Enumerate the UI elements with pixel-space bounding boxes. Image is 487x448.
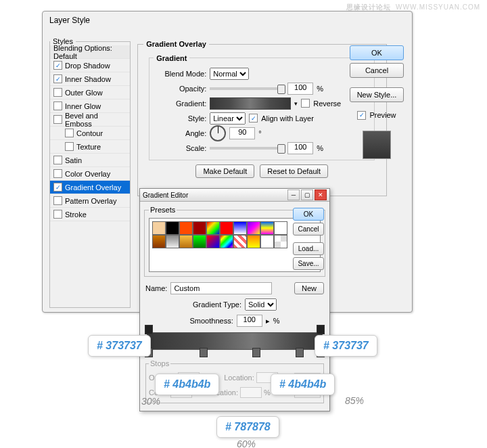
preset-swatch[interactable] xyxy=(206,221,220,235)
style-pattern-overlay[interactable]: Pattern Overlay xyxy=(50,194,130,208)
opacity-stop[interactable] xyxy=(317,325,325,334)
preset-swatch[interactable] xyxy=(233,221,247,235)
ge-cancel-button[interactable]: Cancel xyxy=(293,223,324,236)
preset-swatch[interactable] xyxy=(193,235,206,248)
gradient-bar[interactable] xyxy=(147,332,323,350)
style-label: Stroke xyxy=(65,210,87,219)
cancel-button[interactable]: Cancel xyxy=(350,63,404,78)
style-label: Style: xyxy=(154,114,206,122)
ok-button[interactable]: OK xyxy=(350,45,404,60)
color-note: # 373737 xyxy=(88,335,151,357)
presets-legend: Presets xyxy=(149,206,177,214)
pct-label: % xyxy=(317,85,323,93)
color-stop[interactable] xyxy=(296,348,304,357)
reset-default-button[interactable]: Reset to Default xyxy=(260,164,328,178)
color-stop[interactable] xyxy=(200,348,208,357)
style-outer-glow[interactable]: Outer Glow xyxy=(50,86,130,99)
type-select[interactable]: Solid xyxy=(245,298,277,311)
style-gradient-overlay[interactable]: Gradient Overlay xyxy=(50,181,130,194)
preset-swatch[interactable] xyxy=(166,221,179,235)
new-style-button[interactable]: New Style... xyxy=(350,87,404,102)
dialog-buttons: OK Cancel New Style... Preview xyxy=(350,45,404,164)
opacity-stop[interactable] xyxy=(145,325,153,334)
preset-swatch[interactable] xyxy=(247,221,260,235)
style-stroke[interactable]: Stroke xyxy=(50,208,130,221)
name-input[interactable] xyxy=(170,282,272,294)
preset-swatch[interactable] xyxy=(206,235,220,248)
style-label: Inner Shadow xyxy=(65,75,111,83)
checkbox-icon[interactable] xyxy=(53,210,62,219)
checkbox-icon[interactable] xyxy=(53,102,62,110)
checkbox-icon[interactable] xyxy=(53,156,62,164)
ge-load-button[interactable]: Load... xyxy=(293,242,324,255)
preview-swatch xyxy=(363,131,391,159)
checkbox-icon[interactable] xyxy=(65,129,74,137)
preset-swatch[interactable] xyxy=(233,235,247,248)
style-label: Inner Glow xyxy=(65,102,101,110)
stop-location-input2 xyxy=(240,387,262,398)
checkbox-icon[interactable] xyxy=(53,74,62,83)
color-note: # 787878 xyxy=(216,416,279,438)
color-note: # 4b4b4b xyxy=(271,374,335,395)
align-checkbox[interactable] xyxy=(249,114,258,122)
ge-titlebar[interactable]: Gradient Editor ─ ▢ ✕ xyxy=(140,189,329,202)
preview-checkbox[interactable] xyxy=(357,111,366,120)
ge-ok-button[interactable]: OK xyxy=(293,208,324,221)
preset-swatch[interactable] xyxy=(260,235,274,248)
preset-swatch[interactable] xyxy=(179,235,193,248)
blending-options[interactable]: Blending Options: Default xyxy=(50,45,130,59)
deg-label: ° xyxy=(258,129,261,137)
angle-value[interactable]: 90 xyxy=(229,127,255,139)
opacity-label: Opacity: xyxy=(154,85,206,93)
style-texture[interactable]: Texture xyxy=(50,140,130,154)
maximize-icon[interactable]: ▢ xyxy=(301,189,313,200)
preset-swatch[interactable] xyxy=(274,221,287,235)
color-stop[interactable] xyxy=(252,348,260,357)
checkbox-icon[interactable] xyxy=(53,61,62,70)
style-label: Bevel and Emboss xyxy=(65,112,126,128)
style-satin[interactable]: Satin xyxy=(50,154,130,167)
preset-swatch[interactable] xyxy=(152,221,166,235)
make-default-button[interactable]: Make Default xyxy=(195,164,254,178)
smooth-value[interactable]: 100 xyxy=(237,315,262,327)
new-button[interactable]: New xyxy=(294,282,324,294)
checkbox-icon[interactable] xyxy=(53,115,62,124)
scale-slider[interactable] xyxy=(210,147,284,150)
checkbox-icon[interactable] xyxy=(53,169,62,178)
angle-dial[interactable] xyxy=(210,125,226,141)
opacity-slider[interactable] xyxy=(210,87,284,90)
preset-swatch[interactable] xyxy=(247,235,260,248)
preset-swatch[interactable] xyxy=(166,235,179,248)
angle-label: Angle: xyxy=(154,129,206,137)
minimize-icon[interactable]: ─ xyxy=(287,189,300,200)
close-icon[interactable]: ✕ xyxy=(315,189,327,200)
color-note: # 4b4b4b xyxy=(155,374,219,395)
preset-swatch[interactable] xyxy=(274,235,287,248)
style-label: Color Overlay xyxy=(65,170,110,178)
preset-swatch[interactable] xyxy=(260,221,274,235)
checkbox-icon[interactable] xyxy=(65,142,74,151)
checkbox-icon[interactable] xyxy=(53,196,62,205)
reverse-checkbox[interactable] xyxy=(301,99,310,108)
style-color-overlay[interactable]: Color Overlay xyxy=(50,167,130,181)
preset-swatch[interactable] xyxy=(152,235,166,248)
ge-save-button[interactable]: Save... xyxy=(293,257,324,270)
preset-swatch[interactable] xyxy=(220,235,233,248)
style-drop-shadow[interactable]: Drop Shadow xyxy=(50,59,130,72)
style-label: Gradient Overlay xyxy=(65,183,121,192)
gradient-preview[interactable] xyxy=(210,97,291,110)
style-inner-shadow[interactable]: Inner Shadow xyxy=(50,72,130,86)
preset-swatch[interactable] xyxy=(179,221,193,235)
preset-swatch[interactable] xyxy=(220,221,233,235)
checkbox-icon[interactable] xyxy=(53,183,62,192)
scale-value[interactable]: 100 xyxy=(287,142,313,154)
style-bevel-and-emboss[interactable]: Bevel and Emboss xyxy=(50,113,130,127)
opacity-value[interactable]: 100 xyxy=(287,83,313,95)
stops-legend: Stops xyxy=(149,359,170,367)
blend-mode-select[interactable]: Normal xyxy=(210,68,249,80)
style-select[interactable]: Linear xyxy=(210,112,246,125)
style-contour[interactable]: Contour xyxy=(50,127,130,140)
checkbox-icon[interactable] xyxy=(53,88,62,97)
preset-swatch[interactable] xyxy=(193,221,206,235)
gradient-label: Gradient: xyxy=(154,99,206,108)
